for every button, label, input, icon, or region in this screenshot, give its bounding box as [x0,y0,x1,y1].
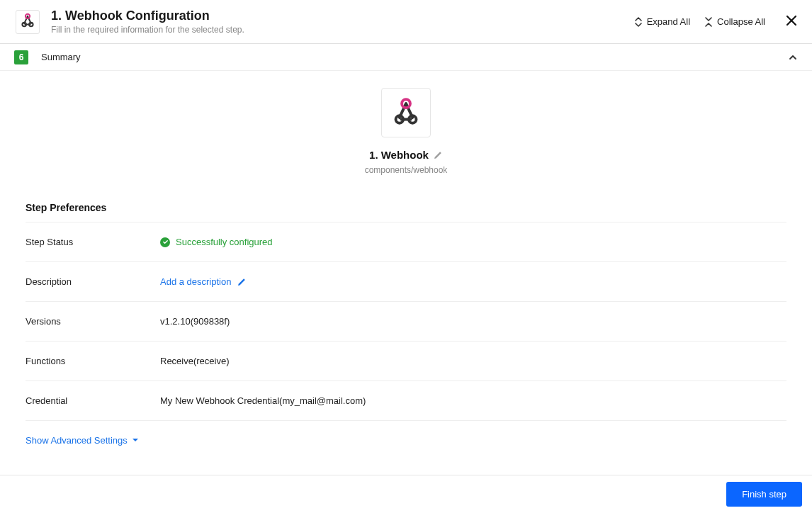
summary-label: Summary [41,52,788,62]
pref-label-credential: Credential [26,395,160,406]
step-preferences-title: Step Preferences [26,189,786,222]
pref-value-functions: Receive(receive) [160,356,230,366]
check-icon [160,237,170,247]
pref-row-credential: Credential My New Webhook Credential(my_… [26,381,786,421]
page-title: 1. Webhook Configuration [51,9,634,23]
add-description-button[interactable]: Add a description [160,276,247,287]
expand-icon [634,17,643,27]
collapse-all-label: Collapse All [717,16,765,27]
footer: Finish step [0,475,812,513]
step-name-row: 1. Webhook [369,149,443,161]
pref-row-functions: Functions Receive(receive) [26,342,786,381]
header-webhook-icon-box [16,10,40,34]
step-number-badge: 6 [14,50,28,64]
collapse-icon [704,17,713,27]
status-text: Successfully configured [176,237,273,247]
pref-row-status: Step Status Successfully configured [26,222,786,262]
step-icon-box [381,88,431,137]
header-actions: Expand All Collapse All [634,14,798,29]
step-preferences: Step Preferences Step Status Successfull… [0,189,812,446]
pref-row-description: Description Add a description [26,262,786,302]
pref-label-versions: Versions [26,316,160,327]
pref-label-status: Step Status [26,237,160,247]
pencil-icon [433,150,443,160]
show-advanced-settings-label: Show Advanced Settings [26,435,128,446]
close-button[interactable] [785,14,798,29]
pref-value-versions: v1.2.10(909838f) [160,316,230,327]
pref-label-functions: Functions [26,356,160,366]
config-header: 1. Webhook Configuration Fill in the req… [0,0,812,44]
step-card: 1. Webhook components/webhook [0,71,812,189]
expand-all-button[interactable]: Expand All [634,16,690,27]
pref-row-versions: Versions v1.2.10(909838f) [26,302,786,342]
edit-step-name-button[interactable] [433,150,443,160]
step-name: 1. Webhook [369,149,429,161]
close-icon [785,14,798,29]
header-titles: 1. Webhook Configuration Fill in the req… [51,9,634,35]
webhook-icon [391,97,421,129]
summary-section-header[interactable]: 6 Summary [0,44,812,71]
pencil-icon [237,277,247,287]
page-subtitle: Fill in the required information for the… [51,25,634,35]
pref-value-credential: My New Webhook Credential(my_mail@mail.c… [160,395,366,406]
finish-step-button[interactable]: Finish step [726,482,802,507]
show-advanced-settings-button[interactable]: Show Advanced Settings [26,421,139,446]
step-path: components/webhook [365,165,448,175]
expand-all-label: Expand All [647,16,690,27]
caret-down-icon [132,435,139,446]
collapse-all-button[interactable]: Collapse All [704,16,765,27]
chevron-up-icon [788,52,798,62]
status-badge: Successfully configured [160,237,273,247]
webhook-icon [20,13,35,30]
add-description-label: Add a description [160,276,231,287]
pref-label-description: Description [26,276,160,287]
